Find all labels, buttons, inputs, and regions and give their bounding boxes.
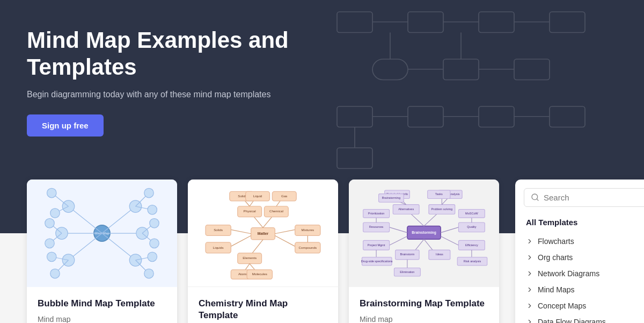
- svg-rect-17: [550, 106, 585, 127]
- svg-text:Liquid: Liquid: [253, 194, 262, 198]
- svg-text:Atoms: Atoms: [238, 272, 248, 276]
- sidebar: All Templates Flowcharts Org charts Netw…: [515, 180, 644, 323]
- sidebar-item-network-diagrams[interactable]: Network Diagrams: [524, 265, 644, 282]
- svg-rect-15: [408, 106, 443, 127]
- svg-text:Compounds: Compounds: [299, 245, 317, 249]
- sidebar-item-label: Flowcharts: [538, 237, 574, 246]
- svg-point-48: [150, 239, 159, 248]
- svg-rect-8: [443, 59, 479, 80]
- sidebar-item-label: Org charts: [538, 253, 573, 262]
- svg-rect-1: [408, 12, 443, 33]
- svg-text:Physical: Physical: [244, 209, 256, 213]
- hero-subtitle: Begin diagramming today with any of thes…: [27, 90, 617, 99]
- svg-rect-22: [337, 148, 372, 169]
- svg-rect-9: [514, 59, 550, 80]
- svg-line-109: [390, 236, 407, 245]
- svg-point-55: [50, 269, 60, 278]
- main-content: Mind Map: [0, 180, 644, 323]
- chevron-right-icon: [526, 286, 533, 293]
- sidebar-item-mind-maps[interactable]: Mind Maps: [524, 282, 644, 298]
- svg-text:Drug-side specifications: Drug-side specifications: [361, 259, 393, 262]
- svg-line-105: [441, 236, 458, 245]
- svg-line-68: [231, 229, 251, 233]
- svg-line-154: [537, 199, 538, 200]
- svg-rect-2: [479, 12, 514, 33]
- chevron-right-icon: [526, 254, 533, 261]
- card-brainstorming-image: Brainstorming Alternatives Problem solvi…: [349, 180, 499, 287]
- svg-text:Efficiency: Efficiency: [465, 243, 478, 246]
- chevron-right-icon: [526, 270, 533, 277]
- svg-text:Mixtures: Mixtures: [302, 228, 314, 232]
- svg-line-26: [102, 206, 136, 233]
- card-bubble[interactable]: Mind Map: [27, 180, 177, 323]
- svg-text:Solid: Solid: [238, 194, 245, 198]
- svg-point-60: [45, 239, 55, 248]
- hero-title: Mind Map Examples and Templates: [27, 27, 349, 81]
- svg-text:Solids: Solids: [214, 228, 223, 232]
- card-chemistry-body: Chemistry Mind Map Template Mind map: [188, 287, 338, 323]
- chevron-right-icon: [526, 238, 533, 245]
- card-bubble-title: Bubble Mind Map Template: [38, 298, 166, 310]
- sidebar-item-label: Network Diagrams: [538, 269, 599, 278]
- svg-rect-14: [337, 106, 372, 127]
- svg-point-47: [150, 218, 159, 228]
- search-box[interactable]: [524, 188, 644, 207]
- card-brainstorming-tag: Mind map: [360, 315, 488, 323]
- svg-point-39: [47, 188, 57, 198]
- svg-point-52: [148, 252, 157, 262]
- svg-line-65: [275, 229, 295, 233]
- svg-line-104: [441, 227, 458, 233]
- card-brainstorming-body: Brainstorming Map Template Mind map: [349, 287, 499, 323]
- sidebar-item-concept-maps[interactable]: Concept Maps: [524, 298, 644, 314]
- svg-point-44: [148, 205, 157, 214]
- sidebar-item-flowcharts[interactable]: Flowcharts: [524, 233, 644, 249]
- svg-point-40: [50, 209, 60, 218]
- sidebar-item-org-charts[interactable]: Org charts: [524, 249, 644, 265]
- svg-text:Ideas: Ideas: [436, 253, 443, 256]
- sidebar-item-data-flow[interactable]: Data Flow Diagrams: [524, 314, 644, 323]
- card-bubble-body: Bubble Mind Map Template Mind map: [27, 287, 177, 323]
- svg-text:Tasks: Tasks: [435, 192, 443, 196]
- svg-line-29: [69, 233, 103, 260]
- card-chemistry-image: Matter Physical Chemical Mixtures: [188, 180, 338, 287]
- search-icon: [531, 193, 539, 202]
- chevron-right-icon: [526, 302, 533, 310]
- svg-text:Brainstorming: Brainstorming: [382, 196, 400, 199]
- svg-text:Resources: Resources: [369, 225, 384, 228]
- svg-text:Risk analysis: Risk analysis: [464, 259, 481, 262]
- card-bubble-tag: Mind map: [38, 315, 166, 323]
- card-bubble-image: Mind Map: [27, 180, 177, 287]
- cards-area: Mind Map: [27, 180, 499, 323]
- chevron-right-icon: [526, 318, 533, 323]
- svg-line-108: [390, 227, 407, 233]
- svg-rect-16: [479, 106, 514, 127]
- svg-text:Quality: Quality: [467, 225, 476, 228]
- svg-text:Brainstorm: Brainstorm: [400, 253, 414, 256]
- svg-text:Liquids: Liquids: [213, 245, 224, 249]
- card-chemistry[interactable]: Matter Physical Chemical Mixtures: [188, 180, 338, 323]
- card-brainstorming-title: Brainstorming Map Template: [360, 298, 488, 310]
- svg-text:Elimination: Elimination: [400, 270, 414, 273]
- card-brainstorming[interactable]: Brainstorming Alternatives Problem solvi…: [349, 180, 499, 323]
- svg-text:Matter: Matter: [258, 231, 269, 235]
- svg-text:Chemical: Chemical: [269, 209, 283, 213]
- svg-text:Problem solving: Problem solving: [431, 207, 452, 211]
- svg-point-56: [47, 252, 57, 262]
- svg-point-43: [144, 188, 154, 198]
- svg-text:Alternatives: Alternatives: [398, 207, 414, 211]
- svg-text:Brainstorming: Brainstorming: [412, 230, 436, 234]
- sidebar-item-label: Data Flow Diagrams: [538, 318, 606, 323]
- svg-rect-3: [550, 12, 585, 33]
- svg-text:Molecules: Molecules: [252, 272, 267, 276]
- svg-text:MoSCoW: MoSCoW: [465, 212, 478, 215]
- search-input[interactable]: [544, 193, 644, 202]
- card-chemistry-title: Chemistry Mind Map Template: [199, 298, 327, 321]
- signup-button[interactable]: Sign up free: [27, 114, 104, 137]
- svg-text:Gas: Gas: [281, 194, 287, 198]
- svg-line-28: [102, 233, 136, 260]
- svg-text:Prioritization: Prioritization: [368, 212, 385, 215]
- sidebar-item-label: Mind Maps: [538, 285, 574, 294]
- sidebar-section-title: All Templates: [524, 218, 644, 227]
- svg-line-69: [231, 235, 251, 246]
- svg-text:Elements: Elements: [243, 256, 257, 260]
